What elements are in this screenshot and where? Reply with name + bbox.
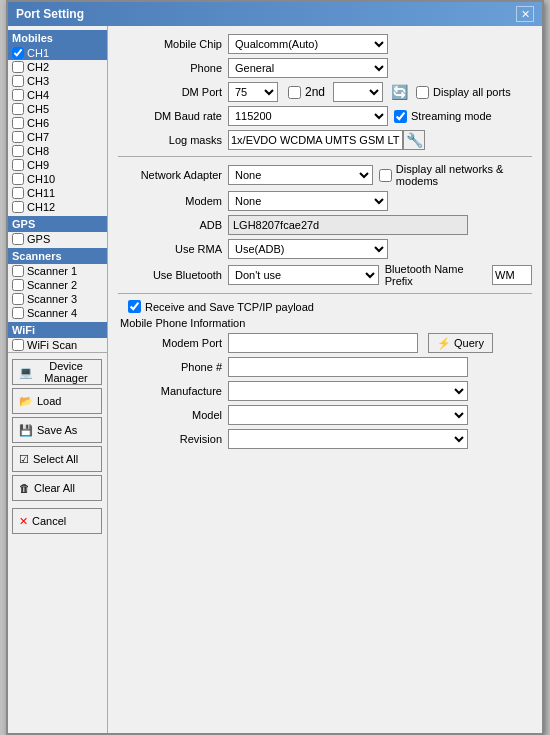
display-all-ports-checkbox[interactable]: [416, 86, 429, 99]
log-masks-edit-button[interactable]: 🔧: [403, 130, 425, 150]
sidebar-checkbox-wifi-scan[interactable]: [12, 339, 24, 351]
sidebar-item-ch6[interactable]: CH6: [8, 116, 107, 130]
network-adapter-select[interactable]: None: [228, 165, 373, 185]
sidebar-checkbox-ch11[interactable]: [12, 187, 24, 199]
refresh-button[interactable]: 🔄: [391, 84, 408, 100]
mobile-phone-info-label: Mobile Phone Information: [118, 317, 532, 329]
sidebar-item-scanner-4[interactable]: Scanner 4: [8, 306, 107, 320]
sidebar-item-ch11[interactable]: CH11: [8, 186, 107, 200]
sidebar-item-scanner-1[interactable]: Scanner 1: [8, 264, 107, 278]
sidebar-label-ch7: CH7: [27, 131, 49, 143]
use-bluetooth-select[interactable]: Don't use: [228, 265, 379, 285]
sidebar-label-ch5: CH5: [27, 103, 49, 115]
sidebar-checkbox-ch5[interactable]: [12, 103, 24, 115]
sidebar-item-ch9[interactable]: CH9: [8, 158, 107, 172]
phone-select[interactable]: General: [228, 58, 388, 78]
model-select[interactable]: [228, 405, 468, 425]
sidebar-checkbox-ch10[interactable]: [12, 173, 24, 185]
device-manager-button[interactable]: 💻 Device Manager: [12, 359, 102, 385]
model-label: Model: [118, 409, 228, 421]
sidebar-checkbox-ch12[interactable]: [12, 201, 24, 213]
mobile-chip-label: Mobile Chip: [118, 38, 228, 50]
receive-save-row: Receive and Save TCP/IP payload: [118, 300, 532, 313]
sidebar-checkbox-ch8[interactable]: [12, 145, 24, 157]
sidebar-checkbox-scanner-4[interactable]: [12, 307, 24, 319]
sidebar-item-ch12[interactable]: CH12: [8, 200, 107, 214]
select-all-icon: ☑: [19, 453, 29, 466]
streaming-mode-checkbox[interactable]: [394, 110, 407, 123]
sidebar-item-ch4[interactable]: CH4: [8, 88, 107, 102]
mobile-chip-row: Mobile Chip Qualcomm(Auto): [118, 34, 532, 54]
adb-value: LGH8207fcae27d: [228, 215, 468, 235]
sidebar-checkbox-scanner-1[interactable]: [12, 265, 24, 277]
sidebar-checkbox-gps[interactable]: [12, 233, 24, 245]
dm-port-select[interactable]: 75: [228, 82, 278, 102]
load-button[interactable]: 📂 Load: [12, 388, 102, 414]
sidebar-section-wifi: WiFi: [8, 322, 107, 338]
manufacture-row: Manufacture: [118, 381, 532, 401]
sidebar-item-ch2[interactable]: CH2: [8, 60, 107, 74]
sidebar-checkbox-ch2[interactable]: [12, 61, 24, 73]
sidebar: MobilesCH1CH2CH3CH4CH5CH6CH7CH8CH9CH10CH…: [8, 26, 108, 733]
sidebar-item-ch8[interactable]: CH8: [8, 144, 107, 158]
receive-save-checkbox[interactable]: [128, 300, 141, 313]
sidebar-checkbox-scanner-2[interactable]: [12, 279, 24, 291]
save-as-button[interactable]: 💾 Save As: [12, 417, 102, 443]
phone-row: Phone General: [118, 58, 532, 78]
dm-baud-rate-select[interactable]: 115200: [228, 106, 388, 126]
sidebar-item-wifi-scan[interactable]: WiFi Scan: [8, 338, 107, 352]
sidebar-item-ch5[interactable]: CH5: [8, 102, 107, 116]
phone-num-input[interactable]: [228, 357, 468, 377]
sidebar-checkbox-ch1[interactable]: [12, 47, 24, 59]
modem-row: Modem None: [118, 191, 532, 211]
cancel-icon: ✕: [19, 515, 28, 528]
device-manager-icon: 💻: [19, 366, 33, 379]
sidebar-label-ch4: CH4: [27, 89, 49, 101]
sidebar-checkbox-ch9[interactable]: [12, 159, 24, 171]
sidebar-label-scanner-3: Scanner 3: [27, 293, 77, 305]
adb-row: ADB LGH8207fcae27d: [118, 215, 532, 235]
query-button[interactable]: ⚡ Query: [428, 333, 493, 353]
display-all-ports-label: Display all ports: [433, 86, 511, 98]
bluetooth-prefix-input[interactable]: [492, 265, 532, 285]
manufacture-select[interactable]: [228, 381, 468, 401]
sidebar-label-gps: GPS: [27, 233, 50, 245]
dm-baud-rate-label: DM Baud rate: [118, 110, 228, 122]
cancel-button[interactable]: ✕ Cancel: [12, 508, 102, 534]
sidebar-checkbox-ch3[interactable]: [12, 75, 24, 87]
dm-2nd-label: 2nd: [305, 85, 325, 99]
modem-port-input[interactable]: [228, 333, 418, 353]
sidebar-checkbox-ch4[interactable]: [12, 89, 24, 101]
dm-2nd-select[interactable]: [333, 82, 383, 102]
sidebar-item-scanner-3[interactable]: Scanner 3: [8, 292, 107, 306]
sidebar-checkbox-ch7[interactable]: [12, 131, 24, 143]
sidebar-label-ch8: CH8: [27, 145, 49, 157]
sidebar-label-ch2: CH2: [27, 61, 49, 73]
sidebar-item-gps[interactable]: GPS: [8, 232, 107, 246]
phone-num-label: Phone #: [118, 361, 228, 373]
close-button[interactable]: ✕: [516, 6, 534, 22]
sidebar-label-ch3: CH3: [27, 75, 49, 87]
use-bluetooth-row: Use Bluetooth Don't use Bluetooth Name P…: [118, 263, 532, 287]
log-masks-input[interactable]: [228, 130, 403, 150]
sidebar-item-ch10[interactable]: CH10: [8, 172, 107, 186]
display-networks-checkbox[interactable]: [379, 169, 392, 182]
sidebar-item-ch7[interactable]: CH7: [8, 130, 107, 144]
sidebar-label-wifi-scan: WiFi Scan: [27, 339, 77, 351]
sidebar-item-ch3[interactable]: CH3: [8, 74, 107, 88]
sidebar-item-scanner-2[interactable]: Scanner 2: [8, 278, 107, 292]
dm-2nd-checkbox[interactable]: [288, 86, 301, 99]
sidebar-checkbox-scanner-3[interactable]: [12, 293, 24, 305]
modem-select[interactable]: None: [228, 191, 388, 211]
sidebar-section-scanners: Scanners: [8, 248, 107, 264]
sidebar-label-ch12: CH12: [27, 201, 55, 213]
sidebar-item-ch1[interactable]: CH1: [8, 46, 107, 60]
use-rma-select[interactable]: Use(ADB): [228, 239, 388, 259]
sidebar-checkbox-ch6[interactable]: [12, 117, 24, 129]
mobile-phone-info-section: Mobile Phone Information Modem Port ⚡ Qu…: [118, 317, 532, 449]
revision-select[interactable]: [228, 429, 468, 449]
clear-all-button[interactable]: 🗑 Clear All: [12, 475, 102, 501]
mobile-chip-select[interactable]: Qualcomm(Auto): [228, 34, 388, 54]
model-row: Model: [118, 405, 532, 425]
select-all-button[interactable]: ☑ Select All: [12, 446, 102, 472]
